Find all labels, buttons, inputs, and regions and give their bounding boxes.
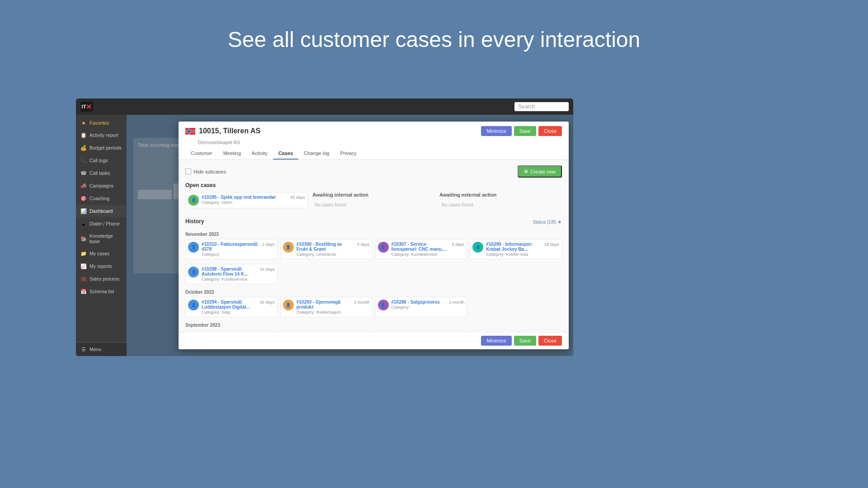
top-bar: IT✕ Search xyxy=(76,99,573,115)
case-info: #10295 - Sjekk opp mot leverandør Catego… xyxy=(202,195,288,205)
sidebar-item-sales[interactable]: 💼 Sales process xyxy=(76,272,127,285)
close-button[interactable]: Close xyxy=(538,126,562,136)
menu-button[interactable]: ☰ Menu xyxy=(76,343,127,356)
tab-privacy[interactable]: Privacy xyxy=(335,148,362,160)
customer-name: 10015, Tilleren AS xyxy=(199,127,260,135)
avatar: 👤 xyxy=(188,267,199,277)
sidebar-item-campaigns[interactable]: 📣 Campaigns xyxy=(76,179,127,192)
case-card-10310[interactable]: 👤 #10310 - Fakturaspørsmål: 4378 Categor… xyxy=(185,239,278,259)
case-info: #10308 - Bestilling av Frukt & Grønt Cat… xyxy=(297,242,354,257)
minimize-button[interactable]: Minimize xyxy=(481,126,511,136)
sidebar-label-call-logs: Call logs xyxy=(90,158,108,163)
case-card-10308[interactable]: 👤 #10308 - Bestilling av Frukt & Grønt C… xyxy=(280,239,373,259)
case-card-10307[interactable]: 👤 #10307 - Service forespørsel: CNC manu… xyxy=(375,239,467,259)
footer-close-button[interactable]: Close xyxy=(538,336,562,346)
svg-rect-3 xyxy=(185,131,195,131)
case-days: 1 month xyxy=(354,300,369,305)
call-tasks-icon: ☎ xyxy=(80,170,87,176)
my-cases-icon: 📁 xyxy=(80,250,87,257)
sidebar-item-dashboard[interactable]: 📊 Dashboard xyxy=(76,205,127,217)
case-number: #10299 - Informasjon: Krabat Jockey Ba..… xyxy=(486,242,541,252)
sidebar-item-activity-report[interactable]: 📋 Activity report xyxy=(76,129,127,141)
sidebar-item-favorites[interactable]: ★ Favorites xyxy=(76,117,127,129)
september-label: September 2023 xyxy=(185,323,562,328)
search-input[interactable]: Search xyxy=(514,102,569,111)
avatar: 👤 xyxy=(283,300,294,310)
sidebar-item-knowledge[interactable]: 📚 Knowledge base xyxy=(76,230,127,247)
call-logs-icon: 📞 xyxy=(80,157,87,164)
sidebar-label-call-tasks: Call tasks xyxy=(90,170,110,176)
case-info: #10299 - Informasjon: Krabat Jockey Ba..… xyxy=(486,242,541,257)
awaiting-external-column: Awaiting external action No cases found xyxy=(439,192,562,210)
history-section: History Status (1/8) ▼ November 2023 👤 #… xyxy=(185,216,562,332)
footer-minimize-button[interactable]: Minimize xyxy=(481,336,511,346)
no-cases-external: No cases found xyxy=(439,200,562,210)
case-category: Category: Kreditt-nota xyxy=(486,252,541,257)
case-card-10295[interactable]: 👤 #10295 - Sjekk opp mot leverandør Cate… xyxy=(185,192,308,208)
case-days: 26 days xyxy=(259,300,274,305)
hide-subcases-control[interactable]: Hide subcases xyxy=(185,169,226,174)
sidebar-label-my-reports: My reports xyxy=(90,263,112,269)
app-container: IT✕ Search ★ Favorites 📋 Activity report… xyxy=(76,99,573,356)
sales-icon: 💼 xyxy=(80,276,87,282)
avatar: 👤 xyxy=(188,300,199,310)
case-category: Category: xyxy=(392,305,446,310)
tab-meeting[interactable]: Meeting xyxy=(218,148,246,160)
case-days: 18 days xyxy=(544,242,559,247)
status-badge[interactable]: Status (1/8) ▼ xyxy=(533,220,562,225)
sidebar-label-favorites: Favorites xyxy=(90,120,109,126)
modal-button-group: Minimize Save Close xyxy=(481,126,562,136)
modal-tabs: Customer Meeting Activity Cases Change l… xyxy=(185,148,562,160)
case-info: #10294 - Spørsmål: Loddestasjon Digital.… xyxy=(202,300,257,314)
my-reports-icon: 📈 xyxy=(80,263,87,269)
tab-cases[interactable]: Cases xyxy=(273,148,298,160)
menu-icon: ☰ xyxy=(80,346,87,352)
case-number: #10307 - Service forespørsel: CNC manu..… xyxy=(392,242,449,252)
activity-icon: 📋 xyxy=(80,132,87,138)
save-button[interactable]: Save xyxy=(514,126,536,136)
case-card-10286[interactable]: 👤 #10286 - Salgsprosess Category: 1 mont… xyxy=(375,297,467,317)
sidebar-label-budget: Budget periods xyxy=(90,145,122,150)
sidebar-item-call-tasks[interactable]: ☎ Call tasks xyxy=(76,167,127,179)
modal-title-left: 10015, Tilleren AS xyxy=(185,127,260,135)
sidebar-item-call-logs[interactable]: 📞 Call logs xyxy=(76,154,127,167)
tab-activity[interactable]: Activity xyxy=(246,148,273,160)
case-card-10298[interactable]: 👤 #10298 - Spørsmål: Autoterm Flow 14 K.… xyxy=(185,264,278,284)
avatar: 👤 xyxy=(188,195,199,206)
open-cases-column: 👤 #10295 - Sjekk opp mot leverandør Cate… xyxy=(185,192,308,210)
october-label: October 2023 xyxy=(185,290,562,295)
sidebar-label-dashboard: Dashboard xyxy=(90,208,113,214)
october-grid: 👤 #10294 - Spørsmål: Loddestasjon Digita… xyxy=(185,297,562,319)
avatar: 👤 xyxy=(472,242,483,253)
awaiting-internal-column: Awaiting internal action No cases found xyxy=(312,192,435,210)
case-card-10294[interactable]: 👤 #10294 - Spørsmål: Loddestasjon Digita… xyxy=(185,297,278,317)
case-category: Category: Salg xyxy=(202,310,257,314)
tab-customer[interactable]: Customer xyxy=(185,148,218,160)
hide-subcases-checkbox[interactable] xyxy=(185,169,191,174)
sidebar-label-schema: Schema list xyxy=(90,289,114,294)
case-info: #10293 - Gjennomgå produkt Category: Rek… xyxy=(297,300,351,314)
sidebar-item-my-cases[interactable]: 📁 My cases xyxy=(76,247,127,260)
dialer-icon: 📱 xyxy=(80,221,87,227)
svg-rect-4 xyxy=(189,128,189,135)
budget-icon: 💰 xyxy=(80,145,87,151)
case-card-10299[interactable]: 👤 #10299 - Informasjon: Krabat Jockey Ba… xyxy=(470,239,562,259)
case-number: #10293 - Gjennomgå produkt xyxy=(297,300,351,310)
create-new-button[interactable]: ⊕ Create new xyxy=(518,165,562,178)
customer-sub-name: Demoselskapet AS xyxy=(198,140,562,145)
sidebar-item-dialer[interactable]: 📱 Dialer / Phone xyxy=(76,217,127,230)
hero-title: See all customer cases in every interact… xyxy=(0,0,868,66)
case-days: 25 days xyxy=(290,195,305,200)
sidebar-item-my-reports[interactable]: 📈 My reports xyxy=(76,260,127,272)
case-card-10293[interactable]: 👤 #10293 - Gjennomgå produkt Category: R… xyxy=(280,297,373,317)
hide-subcases-label: Hide subcases xyxy=(193,169,226,174)
cases-columns: 👤 #10295 - Sjekk opp mot leverandør Cate… xyxy=(185,192,562,210)
sidebar-item-budget[interactable]: 💰 Budget periods xyxy=(76,141,127,154)
star-icon: ★ xyxy=(80,120,87,126)
november-label: November 2023 xyxy=(185,232,562,237)
sidebar-item-schema[interactable]: 📅 Schema list xyxy=(76,285,127,298)
logo-box: IT✕ xyxy=(80,102,93,112)
footer-save-button[interactable]: Save xyxy=(514,336,536,346)
sidebar-item-coaching[interactable]: 🎯 Coaching xyxy=(76,192,127,205)
tab-changelog[interactable]: Change log xyxy=(298,148,335,160)
